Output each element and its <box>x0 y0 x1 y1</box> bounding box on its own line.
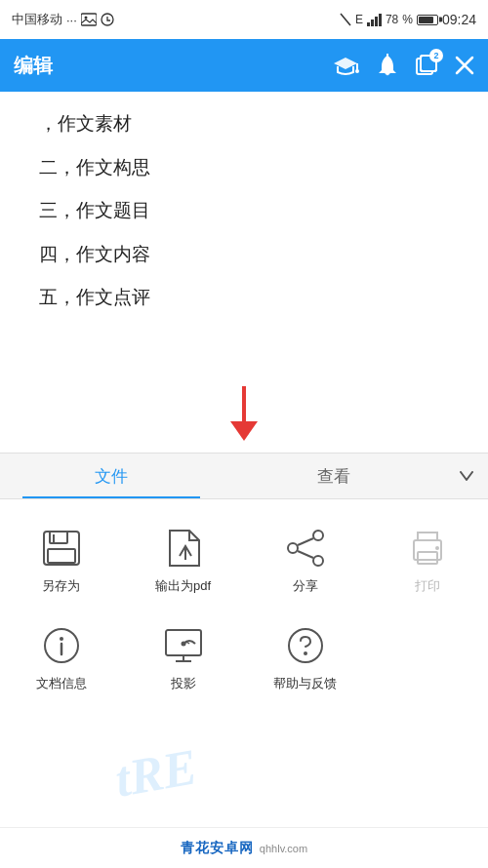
document-content: ，作文素材 二，作文构思 三，作文题目 四，作文内容 五，作文点评 <box>0 92 488 375</box>
header-icons: 2 <box>332 54 474 77</box>
svg-point-1 <box>84 17 87 20</box>
watermark-area: tRE <box>98 726 215 819</box>
export-pdf-icon <box>162 527 205 570</box>
menu-row-2: 文档信息 投影 <box>0 607 488 704</box>
brand-sub: qhhlv.com <box>260 843 307 854</box>
save-as-label: 另存为 <box>42 577 80 595</box>
brand-main: 青花安卓网 <box>181 840 254 857</box>
signal-dots: ··· <box>66 13 77 27</box>
help-label: 帮助与反馈 <box>273 675 337 692</box>
share-label: 分享 <box>293 577 318 595</box>
menu-item-help[interactable]: 帮助与反馈 <box>244 607 366 704</box>
image-icon <box>81 13 97 26</box>
status-bar: 中国移动 ··· E 78 % 09:24 <box>0 0 488 39</box>
share-icon <box>284 527 327 570</box>
battery-percent: 78 <box>386 13 398 26</box>
arrow-head <box>230 421 258 441</box>
doc-info-icon <box>40 624 83 667</box>
menu-item-print: 打印 <box>366 509 488 607</box>
svg-rect-24 <box>418 552 437 564</box>
print-label: 打印 <box>415 577 440 595</box>
export-pdf-label: 输出为pdf <box>155 577 211 595</box>
page-title: 编辑 <box>14 53 332 79</box>
battery-percent-sign: % <box>402 13 413 26</box>
tool-icon[interactable] <box>332 55 359 76</box>
doc-info-label: 文档信息 <box>36 675 87 692</box>
tab-dropdown[interactable] <box>445 454 488 498</box>
bell-icon[interactable] <box>377 54 398 77</box>
menu-row-1: 另存为 输出为pdf <box>0 509 488 607</box>
svg-rect-14 <box>50 532 67 543</box>
signal-type: E <box>355 13 363 26</box>
doc-line-4: 四，作文内容 <box>39 242 449 268</box>
save-as-icon <box>40 527 83 570</box>
help-icon <box>284 624 327 667</box>
cast-label: 投影 <box>171 675 196 692</box>
print-icon <box>406 527 449 570</box>
svg-point-35 <box>304 651 307 655</box>
svg-point-18 <box>313 531 323 540</box>
doc-line-1: ，作文素材 <box>39 111 449 138</box>
doc-line-3: 三，作文题目 <box>39 198 449 224</box>
menu-item-export-pdf[interactable]: 输出为pdf <box>122 509 244 607</box>
signal-strength <box>367 14 382 26</box>
circle-arrow-icon <box>101 13 114 26</box>
windows-icon[interactable]: 2 <box>416 55 437 76</box>
svg-point-27 <box>60 637 63 641</box>
carrier-label: 中国移动 <box>12 11 62 28</box>
svg-line-21 <box>298 538 313 545</box>
tab-view[interactable]: 查看 <box>223 454 445 498</box>
svg-line-22 <box>298 551 313 558</box>
watermark-text: tRE <box>111 737 202 809</box>
toolbar-tabs: 文件 查看 <box>0 453 488 499</box>
tab-file[interactable]: 文件 <box>0 454 223 498</box>
close-icon[interactable] <box>455 56 474 75</box>
doc-line-5: 五，作文点评 <box>39 285 449 311</box>
menu-item-cast[interactable]: 投影 <box>122 607 244 704</box>
window-badge: 2 <box>429 49 443 62</box>
arrow-indicator <box>0 375 488 453</box>
no-sim-icon <box>340 13 351 26</box>
svg-rect-0 <box>81 14 97 25</box>
svg-point-19 <box>313 556 323 566</box>
status-left: 中国移动 ··· <box>12 11 114 28</box>
header: 编辑 <box>0 39 488 92</box>
menu-item-save-as[interactable]: 另存为 <box>0 509 122 607</box>
svg-line-3 <box>341 14 350 25</box>
menu-item-doc-info[interactable]: 文档信息 <box>0 607 122 704</box>
status-right: E 78 % 09:24 <box>340 12 476 27</box>
doc-line-2: 二，作文构思 <box>39 155 449 181</box>
battery-icon <box>417 15 438 25</box>
menu-item-share[interactable]: 分享 <box>244 509 366 607</box>
svg-point-25 <box>435 546 439 550</box>
time-label: 09:24 <box>442 12 476 27</box>
svg-rect-15 <box>48 549 75 563</box>
svg-point-6 <box>355 69 359 73</box>
cast-icon <box>162 624 205 667</box>
svg-point-30 <box>181 642 185 647</box>
down-arrow <box>230 386 258 441</box>
svg-point-20 <box>288 543 298 553</box>
bottom-bar: 青花安卓网 qhhlv.com <box>0 827 488 868</box>
arrow-stem <box>242 386 246 421</box>
chevron-down-icon <box>460 471 473 481</box>
menu-grid: 另存为 输出为pdf <box>0 499 488 718</box>
